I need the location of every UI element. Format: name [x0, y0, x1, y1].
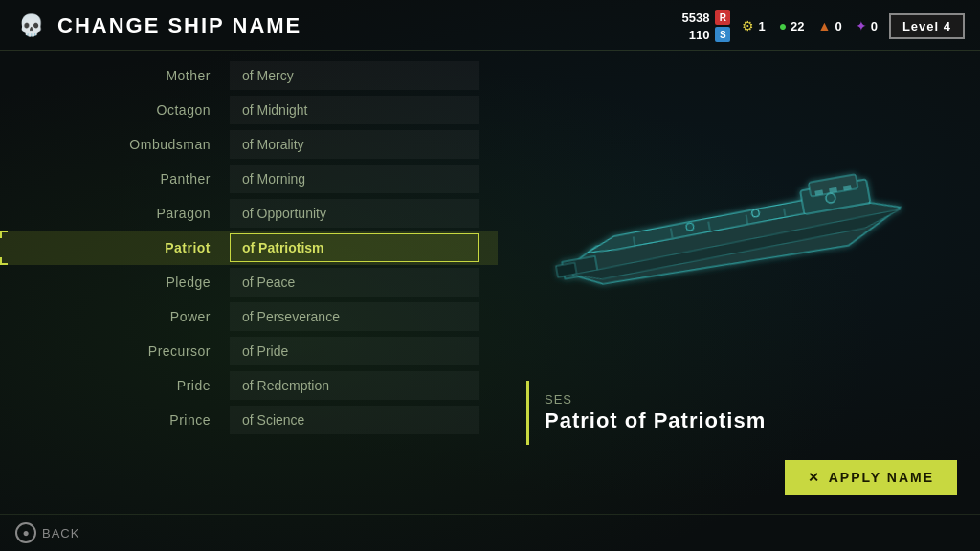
name-first: Ombudsman [0, 137, 230, 152]
name-list-item[interactable]: Ombudsmanof Morality [0, 127, 498, 162]
name-list-item[interactable]: Patriotof Patriotism [0, 231, 498, 265]
stat-purple: ✦ 0 [856, 18, 878, 33]
name-list-item[interactable]: Octagonof Midnight [0, 93, 498, 127]
stat-orange-val: 0 [835, 19, 841, 33]
name-list-panel[interactable]: Motherof MercyOctagonof MidnightOmbudsma… [0, 51, 498, 514]
name-first: Octagon [0, 102, 230, 118]
name-first: Pride [0, 378, 230, 393]
ship-display [507, 70, 957, 381]
gear-icon: ⚙ [742, 18, 754, 33]
name-second: of Midnight [230, 96, 479, 124]
name-list-item[interactable]: Prideof Redemption [0, 368, 498, 403]
currency-group: 5538 R 110 S [681, 10, 730, 42]
name-first: Paragon [0, 206, 230, 221]
stat-green-val: 22 [791, 19, 804, 33]
name-second: of Redemption [230, 371, 479, 400]
back-button[interactable]: BACK [42, 526, 79, 540]
name-list-item[interactable]: Princeof Science [0, 403, 498, 437]
currency-row-top: 5538 R [681, 10, 730, 25]
title-section: 💀 CHANGE SHIP NAME [15, 11, 301, 41]
top-bar: 💀 CHANGE SHIP NAME 5538 R 110 S ⚙ 1 [0, 0, 980, 51]
skull-icon: 💀 [15, 11, 46, 41]
stat-orange: ▲ 0 [818, 18, 842, 33]
apply-icon: ✕ [808, 470, 821, 485]
name-list-item[interactable]: Pledgeof Peace [0, 265, 498, 299]
name-second: of Morning [230, 165, 479, 193]
stat-green: ● 22 [779, 18, 805, 33]
currency-row-bottom: 110 S [689, 27, 731, 42]
stat-group: ⚙ 1 ● 22 ▲ 0 ✦ 0 [742, 18, 878, 33]
name-second: of Peace [230, 268, 479, 297]
name-first: Power [0, 309, 230, 324]
currency-bottom-val: 110 [689, 28, 710, 42]
currency-s-icon: S [715, 27, 730, 42]
page-title: CHANGE SHIP NAME [57, 13, 301, 38]
name-first: Pledge [0, 275, 230, 290]
currency-r-icon: R [715, 10, 730, 25]
name-first: Prince [0, 412, 230, 428]
ship-prefix: SES [545, 392, 957, 407]
level-badge: Level 4 [889, 13, 965, 39]
apply-name-button[interactable]: ✕ APPLY NAME [785, 460, 957, 495]
apply-label: APPLY NAME [829, 470, 934, 485]
name-first: Patriot [0, 240, 230, 255]
name-list-item[interactable]: Powerof Perseverance [0, 299, 498, 334]
name-list-item[interactable]: Pantherof Morning [0, 162, 498, 196]
name-list-item[interactable]: Precursorof Pride [0, 334, 498, 368]
purple-icon: ✦ [856, 18, 867, 33]
name-first: Precursor [0, 343, 230, 359]
hud-right: 5538 R 110 S ⚙ 1 ● 22 ▲ [681, 10, 965, 42]
name-second: of Science [230, 406, 479, 434]
bracket-bottom-left [0, 257, 8, 265]
back-circle-icon: ● [15, 522, 36, 543]
stat-gear-val: 1 [758, 19, 765, 33]
main-container: 💀 CHANGE SHIP NAME 5538 R 110 S ⚙ 1 [0, 0, 980, 551]
bracket-top-left [0, 231, 8, 238]
name-second: of Opportunity [230, 199, 479, 228]
orange-icon: ▲ [818, 18, 832, 33]
currency-top-val: 5538 [681, 11, 709, 25]
name-second: of Pride [230, 337, 479, 365]
content-area: Motherof MercyOctagonof MidnightOmbudsma… [0, 51, 980, 514]
name-first: Mother [0, 68, 230, 83]
ship-svg [531, 130, 933, 321]
ship-full-name: Patriot of Patriotism [545, 408, 957, 433]
ship-name-display: SES Patriot of Patriotism [526, 381, 957, 445]
stat-purple-val: 0 [871, 19, 878, 33]
stat-gear: ⚙ 1 [742, 18, 765, 33]
name-list-item[interactable]: Motherof Mercy [0, 58, 498, 93]
name-list-item[interactable]: Paragonof Opportunity [0, 196, 498, 231]
bottom-bar: ● BACK [0, 514, 980, 551]
name-second: of Patriotism [230, 233, 479, 262]
name-first: Panther [0, 171, 230, 187]
green-icon: ● [779, 18, 787, 33]
right-panel: SES Patriot of Patriotism ✕ APPLY NAME [498, 51, 980, 514]
name-second: of Morality [230, 130, 479, 159]
name-second: of Mercy [230, 61, 479, 90]
name-second: of Perseverance [230, 302, 479, 331]
